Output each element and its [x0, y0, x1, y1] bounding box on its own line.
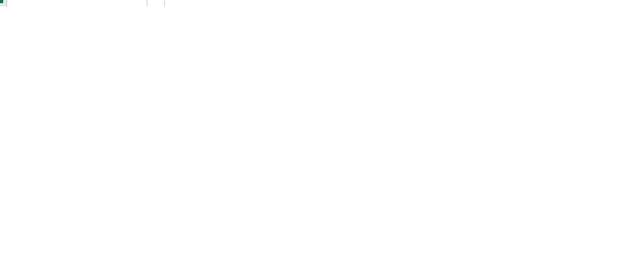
name-box-remnant: [147, 0, 165, 7]
top-strip: [0, 0, 644, 7]
spreadsheet-window: [0, 0, 644, 269]
fill-handle[interactable]: [0, 0, 4, 4]
selected-cell-outline: [0, 0, 3, 3]
